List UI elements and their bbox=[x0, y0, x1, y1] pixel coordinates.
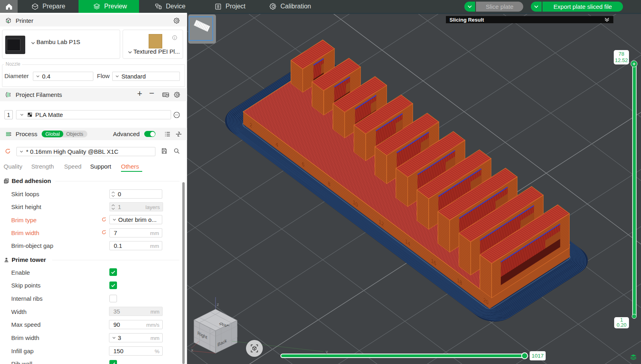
svg-text:x: x bbox=[191, 348, 194, 352]
svg-text:z: z bbox=[217, 302, 219, 307]
svg-text:y: y bbox=[326, 349, 328, 354]
